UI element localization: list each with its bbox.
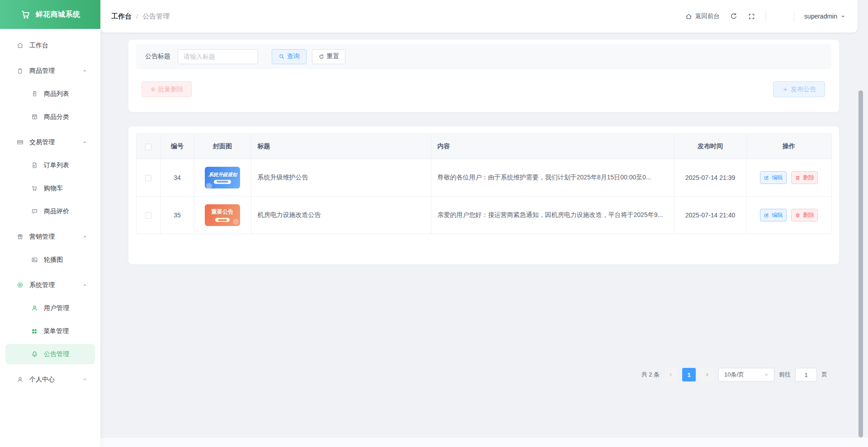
filter-panel: 公告标题 查询 重置	[136, 44, 831, 69]
select-all-header	[136, 134, 160, 159]
publish-announcement-button[interactable]: 发布公告	[773, 81, 825, 97]
cart-logo-icon	[20, 9, 31, 20]
refresh-button[interactable]	[730, 12, 738, 20]
row-content: 尊敬的各位用户：由于系统维护需要，我们计划于2025年8月15日00:00至0.…	[431, 159, 674, 197]
header-content: 内容	[431, 134, 674, 159]
back-to-front-button[interactable]: 返回前台	[685, 12, 720, 20]
username: superadmin	[804, 13, 837, 20]
prev-page-button[interactable]	[664, 368, 678, 381]
trash-icon	[795, 212, 801, 218]
pagination: 共 2 条 1 10条/页 前往 页	[642, 368, 827, 381]
plus-icon	[782, 86, 788, 93]
announcement-table-card: 编号 封面图 标题 内容 发布时间 操作 34系统升级通知系统升级维护公告尊敬的…	[128, 127, 839, 264]
fullscreen-icon	[748, 13, 755, 20]
sidebar-item-7[interactable]: 购物车	[5, 178, 95, 198]
batch-delete-label: 批量删除	[158, 85, 184, 94]
reset-icon	[318, 53, 325, 60]
sidebar-item-15[interactable]: 个人中心	[5, 369, 95, 390]
header-divider	[765, 10, 766, 22]
filter-card: 公告标题 查询 重置 批量删除 发布公告	[128, 40, 839, 112]
cover-badge	[215, 218, 230, 222]
sidebar-item-label: 商品评价	[44, 207, 69, 216]
category-icon	[31, 113, 38, 121]
breadcrumb: 工作台 / 公告管理	[111, 12, 170, 21]
batch-delete-button[interactable]: 批量删除	[142, 81, 192, 97]
photo-icon	[31, 256, 38, 263]
page-size-select[interactable]: 10条/页	[718, 368, 774, 381]
table-toolbar: 批量删除 发布公告	[128, 77, 839, 104]
next-page-button[interactable]	[700, 368, 714, 381]
edit-icon	[764, 175, 769, 181]
reset-button[interactable]: 重置	[312, 49, 345, 64]
breadcrumb-current: 公告管理	[142, 12, 170, 21]
goto-page-input[interactable]	[795, 368, 817, 381]
sidebar-item-6[interactable]: 订单列表	[5, 155, 95, 175]
sidebar-item-8[interactable]: 商品评价	[5, 201, 95, 221]
cover-badge	[214, 180, 231, 184]
row-title: 系统升级维护公告	[251, 159, 431, 197]
sidebar-item-1[interactable]: 工作台	[5, 35, 95, 56]
document-icon	[31, 161, 38, 169]
card-icon	[16, 138, 24, 146]
header-actions: 返回前台 superadmin	[685, 10, 846, 22]
delete-button[interactable]: 删除	[791, 209, 818, 221]
select-all-checkbox[interactable]	[145, 144, 151, 150]
user-icon	[31, 304, 38, 312]
table-row: 35重要公告机房电力设施改造公告亲爱的用户您好：接运营商紧急通知，因机房电力设施…	[136, 197, 831, 234]
search-button[interactable]: 查询	[272, 49, 307, 64]
header-ops: 操作	[746, 134, 831, 159]
sidebar-item-label: 交易管理	[29, 138, 55, 146]
home-icon	[685, 13, 693, 20]
sidebar-item-label: 用户管理	[44, 304, 69, 312]
refresh-icon	[730, 12, 738, 20]
app-logo: 鲜花商城系统	[0, 0, 100, 29]
sidebar-item-label: 商品管理	[29, 67, 55, 75]
sidebar-item-2[interactable]: 商品管理	[5, 61, 95, 81]
header-id: 编号	[160, 134, 194, 159]
sidebar-item-12[interactable]: 用户管理	[5, 298, 95, 318]
trash-icon	[150, 86, 156, 92]
breadcrumb-separator: /	[136, 13, 138, 20]
sidebar-item-10[interactable]: 轮播图	[5, 249, 95, 270]
sidebar-item-14[interactable]: 公告管理	[5, 344, 95, 364]
chevron-down-icon	[764, 372, 769, 378]
fullscreen-button[interactable]	[748, 13, 755, 20]
trash-icon	[795, 175, 801, 181]
edit-button[interactable]: 编辑	[760, 209, 787, 221]
row-id: 35	[160, 197, 194, 234]
sidebar-item-label: 商品分类	[44, 113, 69, 121]
sidebar-item-5[interactable]: 交易管理	[5, 132, 95, 152]
sidebar-item-label: 商品列表	[44, 90, 69, 98]
person-icon	[16, 376, 24, 383]
sidebar-item-13[interactable]: 菜单管理	[5, 321, 95, 341]
announcement-title-input[interactable]	[178, 49, 258, 64]
breadcrumb-root[interactable]: 工作台	[111, 12, 132, 21]
sidebar-item-9[interactable]: 营销管理	[5, 226, 95, 247]
row-checkbox[interactable]	[145, 212, 151, 219]
user-dropdown[interactable]: superadmin	[804, 13, 846, 20]
header-time: 发布时间	[674, 134, 746, 159]
cover-image: 重要公告	[205, 204, 240, 226]
delete-button[interactable]: 删除	[791, 171, 818, 184]
bell-icon	[31, 350, 38, 358]
sidebar-item-4[interactable]: 商品分类	[5, 107, 95, 127]
bottom-strip	[100, 438, 868, 447]
filter-label: 公告标题	[145, 52, 170, 61]
sidebar-item-label: 营销管理	[29, 233, 55, 241]
chat-icon	[31, 207, 38, 215]
chevron-down-icon	[82, 376, 88, 382]
page-number-button[interactable]: 1	[682, 368, 696, 381]
sidebar-item-11[interactable]: 系统管理	[5, 275, 95, 295]
table-row: 34系统升级通知系统升级维护公告尊敬的各位用户：由于系统维护需要，我们计划于20…	[136, 159, 831, 197]
edit-icon	[764, 212, 769, 218]
sidebar-item-3[interactable]: 商品列表	[5, 84, 95, 104]
row-checkbox[interactable]	[145, 175, 151, 181]
row-id: 34	[160, 159, 194, 197]
gear-icon	[16, 281, 24, 289]
sidebar-item-label: 工作台	[29, 42, 48, 50]
edit-button[interactable]: 编辑	[760, 171, 787, 184]
search-button-label: 查询	[287, 52, 300, 61]
scrollbar-thumb[interactable]	[859, 90, 863, 438]
header-cover: 封面图	[194, 134, 251, 159]
row-title: 机房电力设施改造公告	[251, 197, 431, 234]
